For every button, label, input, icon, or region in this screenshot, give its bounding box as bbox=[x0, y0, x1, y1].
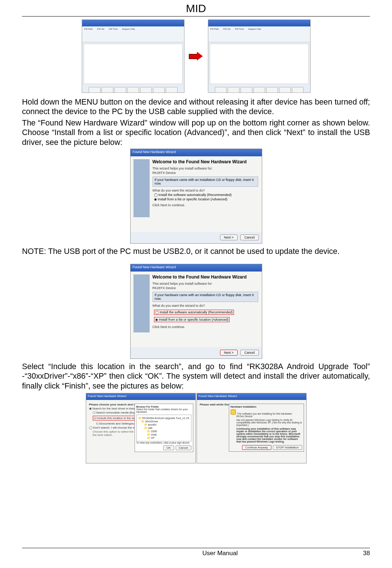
footer-label: User Manual bbox=[77, 550, 363, 557]
browse-note: To view any subfolders, click a plus sig… bbox=[136, 441, 191, 444]
figure-batchtool-after: FW Path FW Ver FW Time Support Chip bbox=[208, 19, 311, 93]
hw-title: Hardware Installation bbox=[231, 405, 302, 408]
figure-row-bottom: Found New Hardware Wizard Please choose … bbox=[22, 393, 370, 463]
fig-label: FW Time bbox=[235, 28, 244, 40]
hw-line: The software you are installing for this… bbox=[237, 412, 293, 415]
figure-search-options: Found New Hardware Wizard Please choose … bbox=[86, 393, 196, 463]
fig-label: FW Path bbox=[84, 28, 93, 40]
hw-line2: has not passed Windows Logo testing to v… bbox=[237, 419, 302, 426]
wizard-next-button: Next > bbox=[220, 234, 238, 240]
warning-icon bbox=[231, 409, 236, 415]
note-usb20: NOTE: The USB port of the PC must be USB… bbox=[22, 247, 370, 256]
wizard-continue: Click Next to continue. bbox=[153, 325, 258, 329]
wizard-cancel-button: Cancel bbox=[240, 350, 259, 356]
tree-item: XP bbox=[151, 436, 155, 440]
wizard-question: What do you want the wizard to do? bbox=[153, 189, 258, 192]
tree-item: 30xxDriver bbox=[145, 420, 158, 423]
wizard-device: RK28TX Device bbox=[153, 286, 258, 290]
tree-item: vista bbox=[151, 433, 157, 436]
footer-page-number: 38 bbox=[363, 550, 370, 557]
wizard-next-button-highlight: Next > bbox=[220, 350, 238, 356]
figure-titlebar bbox=[82, 20, 184, 26]
page-header-title: MID bbox=[22, 0, 370, 16]
figure-button-row bbox=[82, 85, 184, 94]
wizard-device: RK28TX Device bbox=[153, 171, 258, 175]
wizard-cancel-button: Cancel bbox=[240, 234, 259, 240]
arrow-right-icon bbox=[189, 52, 204, 61]
wizard-line: This wizard helps you install software f… bbox=[153, 167, 258, 170]
tree-item: 2000 bbox=[151, 430, 157, 433]
figure-button-row bbox=[208, 85, 310, 94]
figure-wizard-1: Found New Hardware Wizard Welcome to the… bbox=[130, 149, 262, 244]
figure-titlebar: Found New Hardware Wizard bbox=[86, 393, 195, 400]
wizard-option-auto-highlight: ◯ Install the software automatically (Re… bbox=[154, 310, 234, 315]
fig-label: FW Path bbox=[210, 28, 219, 40]
tree-item: RK3028A Android Upgrade Tool_v1.23 bbox=[142, 416, 189, 420]
wizard-option-label: Install from a list or specific location… bbox=[158, 197, 227, 201]
wizard-option-label: Install the software automatically (Reco… bbox=[158, 193, 232, 197]
figure-batchtool-before: FW Path FW Ver FW Time Support Chip bbox=[82, 19, 184, 93]
browse-folder-dialog: Browse For Folder Select the folder that… bbox=[135, 404, 193, 452]
wizard-option-auto: ◯ Install the software automatically (Re… bbox=[154, 193, 258, 197]
wizard-infobox: If your hardware came with an installati… bbox=[153, 292, 258, 302]
continue-anyway-button-highlight: Continue Anyway bbox=[242, 445, 271, 450]
browse-ok-button: OK bbox=[163, 445, 174, 450]
wizard-infobox: If your hardware came with an installati… bbox=[153, 176, 258, 187]
fig-label: Support Chip bbox=[122, 28, 135, 40]
fig-label: FW Ver bbox=[97, 28, 105, 40]
header-rule bbox=[22, 16, 370, 17]
tree-item: x86 bbox=[148, 426, 153, 430]
wizard-option-advanced: ◉ Install from a list or specific locati… bbox=[154, 197, 258, 201]
wizard-option-advanced-highlight: ◉ Install from a list or specific locati… bbox=[154, 317, 230, 322]
stop-installation-button: STOP Installation bbox=[273, 445, 302, 450]
hardware-installation-dialog: Hardware Installation The software you a… bbox=[229, 404, 304, 452]
figure-titlebar bbox=[208, 20, 310, 26]
browse-cancel-button: Cancel bbox=[176, 445, 191, 450]
fig-label: FW Ver bbox=[223, 28, 231, 40]
paragraph-1: Hold down the MENU button on the device … bbox=[22, 97, 370, 117]
wizard-side-image bbox=[133, 274, 150, 332]
wizard-line: This wizard helps you install software f… bbox=[153, 282, 258, 285]
figure-row-batchtool: FW Path FW Ver FW Time Support Chip FW P… bbox=[22, 19, 370, 93]
figure-wizard-2: Found New Hardware Wizard Welcome to the… bbox=[130, 264, 262, 359]
browse-tree: 📁 RK3028A Android Upgrade Tool_v1.23 📁 3… bbox=[136, 415, 191, 441]
footer-rule bbox=[22, 548, 370, 548]
browse-title: Browse For Folder bbox=[136, 405, 191, 408]
fig-label: FW Time bbox=[109, 28, 118, 40]
figure-body bbox=[84, 44, 183, 84]
figure-body bbox=[210, 44, 309, 84]
fig-label: Support Chip bbox=[248, 28, 261, 40]
wizard-titlebar: Found New Hardware Wizard bbox=[131, 264, 262, 272]
figure-info: FW Path FW Ver FW Time Support Chip bbox=[208, 26, 310, 42]
wizard-titlebar: Found New Hardware Wizard bbox=[131, 149, 262, 156]
hw-device: RK3xx Device bbox=[237, 415, 302, 418]
wizard-heading: Welcome to the Found New Hardware Wizard bbox=[153, 274, 258, 280]
hw-line3: Continuing your installation of this sof… bbox=[237, 427, 302, 443]
wizard-side-image bbox=[133, 159, 150, 217]
wizard-question: What do you want the wizard to do? bbox=[153, 304, 258, 307]
wizard-option-label: Install from a list or specific location… bbox=[159, 318, 228, 321]
figure-titlebar: Found New Hardware Wizard bbox=[197, 393, 306, 400]
paragraph-2: The “Found New Hardware Wizard” window w… bbox=[22, 118, 370, 147]
browse-line: Select the folder that contains drivers … bbox=[136, 408, 191, 413]
wizard-option-label: Install the software automatically (Reco… bbox=[160, 310, 233, 314]
page-footer: User Manual 38 bbox=[22, 548, 370, 557]
wizard-continue: Click Next to continue. bbox=[153, 203, 258, 207]
paragraph-3: Select “Include this location in the sea… bbox=[22, 362, 370, 391]
wizard-heading: Welcome to the Found New Hardware Wizard bbox=[153, 159, 258, 164]
figure-info: FW Path FW Ver FW Time Support Chip bbox=[82, 26, 184, 42]
tree-item: amd64 bbox=[148, 423, 157, 426]
figure-installing: Found New Hardware Wizard Please wait wh… bbox=[197, 393, 307, 463]
